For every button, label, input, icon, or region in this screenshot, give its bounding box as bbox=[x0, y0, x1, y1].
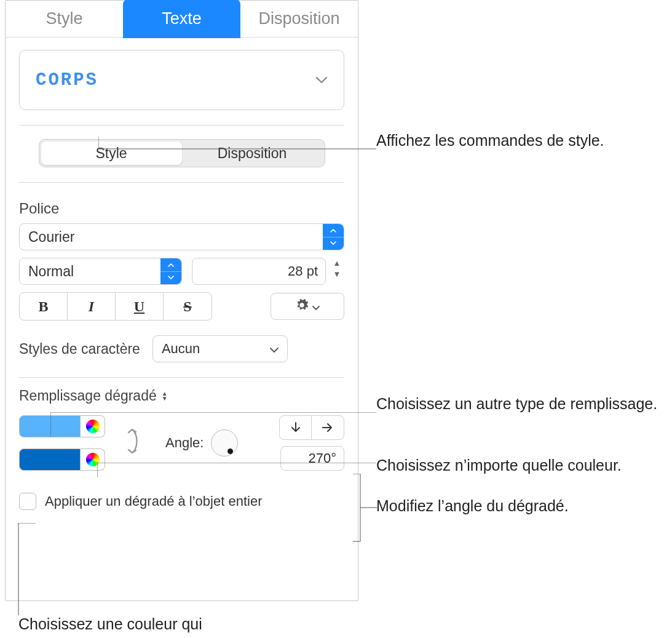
divider bbox=[19, 125, 344, 126]
chevron-down-icon bbox=[160, 272, 181, 285]
chevron-down-icon: ▼ bbox=[330, 271, 344, 282]
font-style-group: B I U S bbox=[19, 292, 212, 321]
font-size-stepper[interactable]: ▲ ▼ bbox=[330, 258, 344, 285]
callout-bottom-color: Choisissez une couleur qui bbox=[18, 614, 202, 635]
underline-button[interactable]: U bbox=[116, 293, 164, 320]
gear-icon bbox=[295, 298, 309, 315]
font-size-value: 28 pt bbox=[288, 263, 318, 279]
gradient-color-2-swatch[interactable] bbox=[19, 449, 81, 471]
font-section-label: Police bbox=[19, 200, 344, 217]
font-weight-select[interactable]: Normal bbox=[19, 258, 182, 285]
chevron-up-icon bbox=[323, 224, 344, 237]
callout-fill-type: Choisissez un autre type de remplissage. bbox=[376, 394, 657, 415]
updown-chevron-icon: ▲▼ bbox=[162, 391, 168, 401]
callout-any-color: Choisissez n’importe quelle couleur. bbox=[376, 455, 622, 476]
font-weight-stepper[interactable] bbox=[160, 258, 181, 284]
advanced-options-button[interactable] bbox=[271, 293, 344, 320]
chevron-up-icon bbox=[160, 258, 181, 272]
italic-button[interactable]: I bbox=[68, 293, 116, 320]
colorwheel-icon bbox=[86, 420, 100, 433]
gradient-color-1-wheel-button[interactable] bbox=[81, 415, 105, 437]
gradient-color-2-wheel-button[interactable] bbox=[81, 449, 105, 471]
fill-type-label: Remplissage dégradé bbox=[19, 388, 157, 404]
chevron-down-icon bbox=[323, 237, 344, 250]
paragraph-style-dropdown[interactable]: CORPS bbox=[19, 50, 344, 110]
chevron-down-icon bbox=[270, 341, 279, 357]
char-styles-value: Aucun bbox=[162, 341, 200, 357]
swap-colors-button[interactable] bbox=[127, 426, 143, 461]
font-size-field[interactable]: 28 pt bbox=[192, 258, 326, 285]
angle-direction-buttons bbox=[279, 415, 344, 440]
tab-texte[interactable]: Texte bbox=[123, 0, 240, 38]
angle-label: Angle: bbox=[165, 435, 204, 451]
colorwheel-icon bbox=[86, 453, 100, 466]
segmented-style-disposition: Style Disposition bbox=[39, 139, 325, 167]
tab-disposition[interactable]: Disposition bbox=[240, 1, 358, 37]
bold-button[interactable]: B bbox=[20, 293, 68, 320]
divider bbox=[19, 182, 344, 183]
segment-disposition[interactable]: Disposition bbox=[182, 142, 323, 165]
top-tab-bar: Style Texte Disposition bbox=[6, 1, 358, 38]
font-family-stepper[interactable] bbox=[323, 224, 344, 250]
inspector-panel: Style Texte Disposition CORPS Style Disp… bbox=[5, 0, 358, 601]
tab-style[interactable]: Style bbox=[6, 1, 123, 37]
divider bbox=[19, 377, 344, 378]
callout-style-commands: Affichez les commandes de style. bbox=[376, 130, 604, 151]
char-styles-select[interactable]: Aucun bbox=[152, 335, 288, 362]
font-weight-value: Normal bbox=[28, 263, 74, 280]
angle-value-field[interactable]: 270° bbox=[280, 446, 344, 471]
angle-right-button[interactable] bbox=[312, 416, 344, 439]
gradient-color-1-swatch[interactable] bbox=[19, 415, 81, 437]
apply-to-whole-object-checkbox[interactable] bbox=[19, 493, 36, 510]
angle-dial[interactable] bbox=[211, 429, 238, 457]
fill-type-dropdown[interactable]: Remplissage dégradé ▲▼ bbox=[19, 388, 344, 404]
font-family-value: Courier bbox=[28, 229, 74, 245]
angle-down-button[interactable] bbox=[280, 416, 312, 439]
segment-style[interactable]: Style bbox=[41, 142, 182, 165]
callout-angle: Modifiez l’angle du dégradé. bbox=[376, 496, 569, 517]
strike-button[interactable]: S bbox=[164, 293, 211, 320]
paragraph-style-label: CORPS bbox=[36, 70, 98, 90]
angle-value: 270° bbox=[308, 450, 336, 466]
font-family-select[interactable]: Courier bbox=[19, 223, 344, 250]
chevron-down-icon bbox=[315, 76, 328, 84]
char-styles-label: Styles de caractère bbox=[19, 341, 140, 357]
chevron-down-icon bbox=[312, 300, 320, 314]
apply-to-whole-object-label: Appliquer un dégradé à l’objet entier bbox=[45, 493, 262, 509]
